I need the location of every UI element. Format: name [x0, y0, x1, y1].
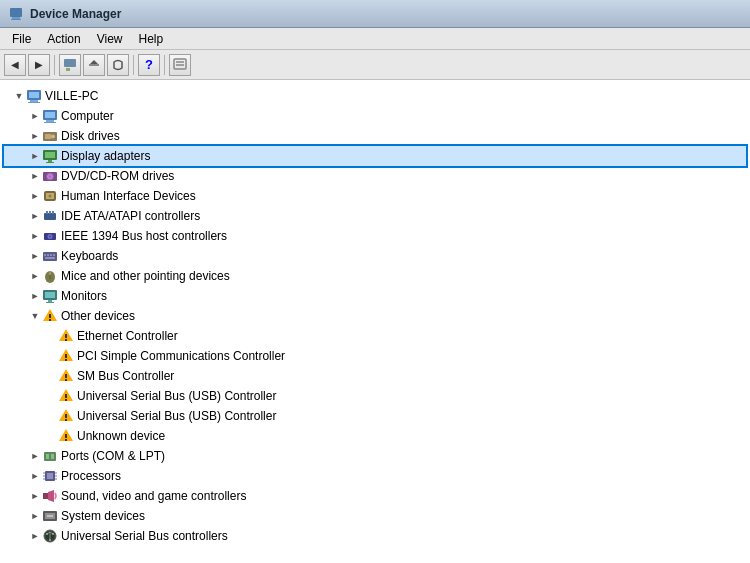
tree-item-unknown[interactable]: ► Unknown device	[4, 426, 746, 446]
scan-button[interactable]	[169, 54, 191, 76]
system-icon	[42, 508, 58, 524]
monitors-icon	[42, 288, 58, 304]
keyboard-label: Keyboards	[61, 249, 118, 263]
tree-item-ide[interactable]: ► IDE ATA/ATAPI controllers	[4, 206, 746, 226]
ieee-icon	[42, 228, 58, 244]
svg-rect-72	[44, 452, 56, 461]
tree-item-usb2[interactable]: ► Universal Serial Bus (USB) Controller	[4, 406, 746, 426]
svg-rect-16	[44, 122, 56, 123]
app-icon	[8, 6, 24, 22]
back-button[interactable]: ◀	[4, 54, 26, 76]
display-label: Display adapters	[61, 149, 150, 163]
tree-item-hid[interactable]: ► Human Interface Devices	[4, 186, 746, 206]
usb1-label: Universal Serial Bus (USB) Controller	[77, 389, 276, 403]
svg-rect-4	[66, 68, 70, 71]
expand-root[interactable]: ▼	[12, 89, 26, 103]
tree-item-monitors[interactable]: ► Monitors	[4, 286, 746, 306]
help-button[interactable]: ?	[138, 54, 160, 76]
expand-mice[interactable]: ►	[28, 269, 42, 283]
toolbar-separator-1	[54, 55, 55, 75]
svg-rect-52	[49, 314, 51, 318]
svg-rect-19	[45, 134, 51, 139]
menu-help[interactable]: Help	[131, 30, 172, 48]
expand-processors[interactable]: ►	[28, 469, 42, 483]
svg-rect-2	[11, 19, 21, 20]
expand-sound[interactable]: ►	[28, 489, 42, 503]
tree-item-ieee[interactable]: ► IEEE 1394 Bus host controllers	[4, 226, 746, 246]
expand-hid[interactable]: ►	[28, 189, 42, 203]
monitors-label: Monitors	[61, 289, 107, 303]
svg-rect-7	[174, 59, 186, 69]
tree-item-other[interactable]: ▼ Other devices	[4, 306, 746, 326]
tree-item-mice[interactable]: ► Mice and other pointing devices	[4, 266, 746, 286]
svg-rect-13	[29, 92, 39, 98]
svg-rect-83	[43, 493, 48, 499]
svg-marker-84	[48, 490, 54, 502]
ide-icon	[42, 208, 58, 224]
properties-button[interactable]	[59, 54, 81, 76]
svg-rect-59	[65, 359, 67, 361]
expand-monitors[interactable]: ►	[28, 289, 42, 303]
expand-other[interactable]: ▼	[28, 309, 42, 323]
svg-rect-65	[65, 399, 67, 401]
svg-rect-58	[65, 354, 67, 358]
expand-disk[interactable]: ►	[28, 129, 42, 143]
expand-computer[interactable]: ►	[28, 109, 42, 123]
svg-rect-61	[65, 374, 67, 378]
tree-item-smbus[interactable]: ► SM Bus Controller	[4, 366, 746, 386]
svg-rect-64	[65, 394, 67, 398]
usb-controllers-icon	[42, 528, 58, 544]
svg-point-93	[46, 533, 48, 535]
main-content[interactable]: ▼ VILLE-PC ► C	[0, 80, 750, 563]
expand-ports[interactable]: ►	[28, 449, 42, 463]
computer-label: Computer	[61, 109, 114, 123]
svg-rect-62	[65, 379, 67, 381]
window-title: Device Manager	[30, 7, 121, 21]
ide-label: IDE ATA/ATAPI controllers	[61, 209, 200, 223]
tree-item-display[interactable]: ► Display adapters	[4, 146, 746, 166]
expand-ieee[interactable]: ►	[28, 229, 42, 243]
usb1-icon	[58, 388, 74, 404]
tree-item-root[interactable]: ▼ VILLE-PC	[4, 86, 746, 106]
svg-rect-39	[44, 254, 46, 256]
usb-controllers-label: Universal Serial Bus controllers	[61, 529, 228, 543]
svg-rect-43	[45, 257, 55, 259]
svg-rect-56	[65, 339, 67, 341]
tree-item-dvd[interactable]: ► DVD/CD-ROM drives	[4, 166, 746, 186]
rollback-button[interactable]	[107, 54, 129, 76]
menu-view[interactable]: View	[89, 30, 131, 48]
update-button[interactable]	[83, 54, 105, 76]
forward-button[interactable]: ▶	[28, 54, 50, 76]
tree-item-processors[interactable]: ► Processors	[4, 466, 746, 486]
svg-rect-12	[28, 102, 40, 103]
menu-file[interactable]: File	[4, 30, 39, 48]
tree-item-ethernet[interactable]: ► Ethernet Controller	[4, 326, 746, 346]
tree-item-usb1[interactable]: ► Universal Serial Bus (USB) Controller	[4, 386, 746, 406]
svg-rect-34	[52, 211, 54, 214]
tree-item-pci[interactable]: ► PCI Simple Communications Controller	[4, 346, 746, 366]
dvd-label: DVD/CD-ROM drives	[61, 169, 174, 183]
tree-item-disk[interactable]: ► Disk drives	[4, 126, 746, 146]
expand-display[interactable]: ►	[28, 149, 42, 163]
display-icon	[42, 148, 58, 164]
svg-point-27	[49, 176, 51, 178]
tree-item-usb-controllers[interactable]: ► Universal Serial Bus controllers	[4, 526, 746, 546]
expand-system[interactable]: ►	[28, 509, 42, 523]
tree-item-ports[interactable]: ► Ports (COM & LPT)	[4, 446, 746, 466]
svg-marker-6	[90, 60, 98, 64]
usb2-label: Universal Serial Bus (USB) Controller	[77, 409, 276, 423]
expand-keyboard[interactable]: ►	[28, 249, 42, 263]
svg-rect-55	[65, 334, 67, 338]
tree-item-system[interactable]: ► System devices	[4, 506, 746, 526]
expand-dvd[interactable]: ►	[28, 169, 42, 183]
pci-icon	[58, 348, 74, 364]
expand-usb-controllers[interactable]: ►	[28, 529, 42, 543]
menu-action[interactable]: Action	[39, 30, 88, 48]
expand-ide[interactable]: ►	[28, 209, 42, 223]
tree-item-sound[interactable]: ► Sound, video and game controllers	[4, 486, 746, 506]
tree-item-computer[interactable]: ► Computer	[4, 106, 746, 126]
svg-point-30	[49, 195, 52, 198]
svg-rect-53	[49, 319, 51, 321]
smbus-icon	[58, 368, 74, 384]
tree-item-keyboard[interactable]: ► Keyboards	[4, 246, 746, 266]
